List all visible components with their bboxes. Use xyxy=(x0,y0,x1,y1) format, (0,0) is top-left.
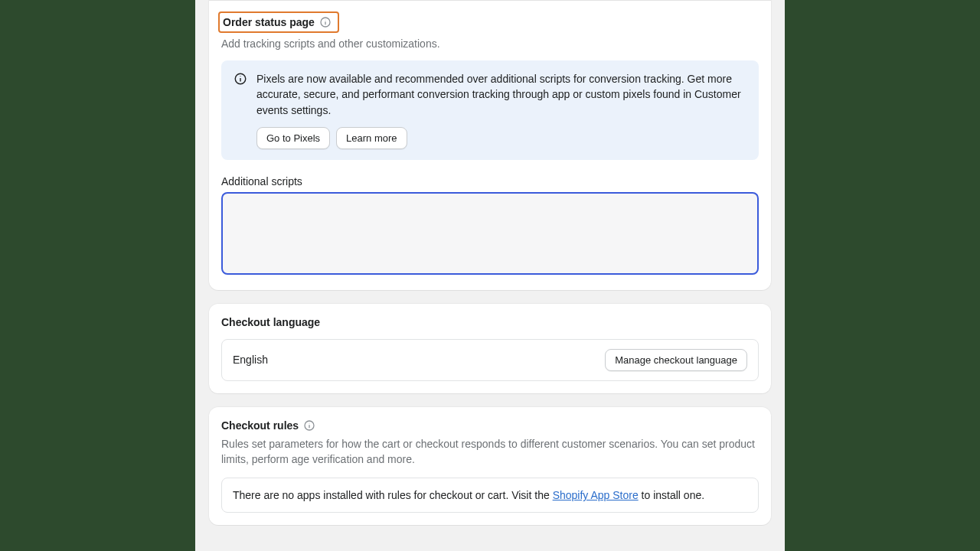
go-to-pixels-button[interactable]: Go to Pixels xyxy=(256,127,330,149)
info-icon xyxy=(319,16,332,28)
order-status-title: Order status page xyxy=(223,16,315,28)
svg-point-8 xyxy=(309,422,310,423)
info-icon xyxy=(234,72,247,86)
checkout-language-row: English Manage checkout language xyxy=(221,339,759,381)
pixels-banner-text: Pixels are now available and recommended… xyxy=(256,71,746,118)
checkout-language-value: English xyxy=(233,354,268,366)
pixels-banner: Pixels are now available and recommended… xyxy=(221,60,759,160)
checkout-language-card: Checkout language English Manage checkou… xyxy=(209,304,771,393)
checkout-rules-card: Checkout rules Rules set parameters for … xyxy=(209,407,771,526)
checkout-language-title: Checkout language xyxy=(221,316,759,328)
order-status-subtitle: Add tracking scripts and other customiza… xyxy=(221,37,759,50)
checkout-rules-title: Checkout rules xyxy=(221,419,299,432)
shopify-app-store-link[interactable]: Shopify App Store xyxy=(553,489,639,501)
svg-point-5 xyxy=(240,76,240,77)
checkout-rules-header: Checkout rules xyxy=(221,419,759,432)
order-status-highlight: Order status page xyxy=(218,11,339,33)
additional-scripts-input[interactable] xyxy=(221,192,759,275)
settings-panel: Order status page Add tracking scripts a… xyxy=(195,0,785,551)
checkout-rules-empty: There are no apps installed with rules f… xyxy=(221,478,759,513)
learn-more-button[interactable]: Learn more xyxy=(336,127,407,149)
order-status-card: Order status page Add tracking scripts a… xyxy=(209,0,771,290)
info-icon xyxy=(303,419,315,432)
additional-scripts-label: Additional scripts xyxy=(221,175,759,187)
pixels-banner-body: Pixels are now available and recommended… xyxy=(256,71,746,149)
checkout-rules-empty-prefix: There are no apps installed with rules f… xyxy=(233,489,553,501)
pixels-banner-actions: Go to Pixels Learn more xyxy=(256,127,746,149)
checkout-rules-empty-suffix: to install one. xyxy=(639,489,704,501)
svg-point-2 xyxy=(325,19,325,20)
order-status-header: Order status page xyxy=(221,11,759,33)
manage-checkout-language-button[interactable]: Manage checkout language xyxy=(605,349,747,371)
checkout-rules-desc: Rules set parameters for how the cart or… xyxy=(221,436,759,468)
